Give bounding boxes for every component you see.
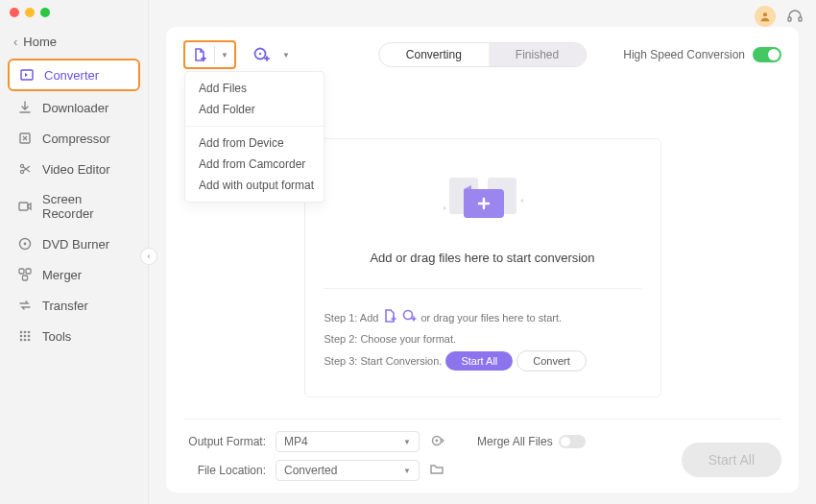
svg-point-17 — [24, 339, 27, 342]
minimize-window[interactable] — [25, 8, 35, 17]
converter-icon — [19, 67, 35, 83]
start-all-button[interactable]: Start All — [682, 443, 781, 477]
menu-item-add-with-output-format[interactable]: Add with output format — [185, 175, 324, 196]
disc-icon — [17, 236, 33, 252]
add-file-icon[interactable] — [185, 42, 214, 67]
grid-icon — [17, 328, 33, 344]
menu-item-add-files[interactable]: Add Files — [185, 78, 324, 99]
chevron-down-icon[interactable]: ▼ — [276, 46, 296, 64]
svg-point-15 — [28, 335, 31, 338]
toolbar: ▼ Add Files Add Folder Add from Device A… — [183, 40, 781, 69]
add-button-group: ▼ Add Files Add Folder Add from Device A… — [183, 40, 296, 69]
add-dropdown-menu: Add Files Add Folder Add from Device Add… — [184, 71, 324, 203]
close-window[interactable] — [10, 8, 19, 17]
home-link[interactable]: ‹ Home — [0, 29, 148, 59]
record-icon — [17, 199, 33, 214]
sidebar: ‹ Home Converter Downloader Compressor — [0, 0, 149, 504]
svg-rect-8 — [26, 269, 31, 274]
svg-point-16 — [20, 339, 23, 342]
step-1: Step 1: Add or drag your files here to s… — [324, 308, 641, 327]
add-disc-split-button[interactable]: ▼ — [246, 41, 296, 68]
high-speed-toggle[interactable] — [753, 47, 781, 62]
svg-point-29 — [436, 439, 439, 442]
sidebar-item-label: DVD Burner — [42, 237, 109, 252]
sidebar-item-video-editor[interactable]: Video Editor — [8, 155, 140, 183]
chevron-down-icon: ▼ — [403, 438, 411, 446]
step-3: Step 3: Start Conversion. Start All Conv… — [324, 350, 641, 372]
titlebar-right — [755, 6, 804, 27]
svg-point-23 — [259, 53, 261, 55]
sidebar-item-label: Merger — [42, 268, 82, 282]
tab-converting[interactable]: Converting — [380, 44, 488, 65]
chevron-down-icon[interactable]: ▼ — [214, 46, 234, 64]
sidebar-item-label: Screen Recorder — [42, 192, 131, 221]
home-label: Home — [23, 35, 57, 49]
svg-rect-20 — [788, 17, 791, 21]
svg-point-2 — [20, 164, 23, 167]
sidebar-item-converter[interactable]: Converter — [8, 59, 140, 91]
footer: Output Format: MP4 ▼ Merge All Files Fil… — [183, 419, 781, 481]
svg-point-14 — [24, 335, 27, 338]
high-speed-label: High Speed Conversion — [623, 48, 745, 61]
menu-item-add-from-camcorder[interactable]: Add from Camcorder — [185, 154, 324, 175]
step-2: Step 2: Choose your format. — [324, 333, 641, 345]
scissors-icon — [17, 161, 33, 177]
headset-icon[interactable] — [785, 7, 804, 26]
file-plus-icon[interactable] — [382, 308, 397, 327]
merge-icon — [17, 267, 33, 282]
svg-rect-4 — [19, 203, 28, 210]
sidebar-item-merger[interactable]: Merger — [8, 260, 140, 289]
svg-rect-7 — [19, 269, 24, 274]
sidebar-item-screen-recorder[interactable]: Screen Recorder — [8, 185, 140, 228]
sidebar-item-compressor[interactable]: Compressor — [8, 124, 140, 153]
svg-point-19 — [763, 12, 767, 16]
sidebar-item-dvd-burner[interactable]: DVD Burner — [8, 229, 140, 258]
svg-rect-9 — [23, 276, 28, 280]
svg-point-3 — [20, 170, 23, 173]
svg-point-27 — [404, 311, 413, 320]
download-icon — [17, 100, 33, 115]
svg-point-6 — [24, 243, 27, 246]
sidebar-item-label: Tools — [42, 329, 71, 344]
output-format-select[interactable]: MP4 ▼ — [276, 431, 420, 452]
sidebar-item-label: Transfer — [42, 299, 88, 313]
sidebar-item-label: Video Editor — [42, 162, 110, 177]
add-file-split-button[interactable]: ▼ Add Files Add Folder Add from Device A… — [183, 40, 236, 69]
svg-point-13 — [20, 335, 23, 338]
chevron-down-icon: ▼ — [403, 467, 411, 475]
folder-icon[interactable] — [429, 462, 444, 480]
start-all-pill[interactable]: Start All — [445, 351, 513, 371]
svg-point-11 — [24, 331, 27, 334]
disc-plus-icon[interactable] — [246, 41, 276, 68]
svg-point-10 — [20, 331, 23, 334]
merge-toggle[interactable] — [559, 435, 586, 448]
nav-list: Converter Downloader Compressor Video Ed… — [0, 59, 148, 350]
chevron-left-icon: ‹ — [13, 35, 17, 49]
svg-rect-21 — [799, 17, 802, 21]
folder-illustration — [430, 168, 536, 235]
menu-item-add-from-device[interactable]: Add from Device — [185, 132, 324, 154]
sidebar-item-label: Converter — [44, 68, 99, 83]
gear-icon[interactable] — [429, 433, 444, 451]
sidebar-item-label: Downloader — [42, 101, 108, 115]
tab-finished[interactable]: Finished — [489, 43, 586, 66]
window-controls — [10, 8, 50, 17]
merge-label: Merge All Files — [477, 435, 553, 448]
dropzone[interactable]: Add or drag files here to start conversi… — [304, 138, 661, 397]
convert-pill[interactable]: Convert — [516, 350, 587, 372]
steps: Step 1: Add or drag your files here to s… — [324, 288, 641, 372]
transfer-icon — [17, 298, 33, 313]
file-location-select[interactable]: Converted ▼ — [276, 460, 420, 481]
sidebar-item-tools[interactable]: Tools — [8, 322, 140, 350]
maximize-window[interactable] — [40, 8, 50, 17]
menu-item-add-folder[interactable]: Add Folder — [185, 99, 324, 120]
main: ▼ Add Files Add Folder Add from Device A… — [149, 0, 816, 504]
tab-segment: Converting Finished — [378, 42, 587, 67]
sidebar-item-downloader[interactable]: Downloader — [8, 93, 140, 122]
sidebar-item-transfer[interactable]: Transfer — [8, 291, 140, 320]
avatar[interactable] — [755, 6, 776, 27]
compress-icon — [17, 131, 33, 146]
disc-plus-icon[interactable] — [401, 308, 417, 327]
sidebar-item-label: Compressor — [42, 132, 110, 146]
dropzone-title: Add or drag files here to start conversi… — [324, 251, 641, 265]
